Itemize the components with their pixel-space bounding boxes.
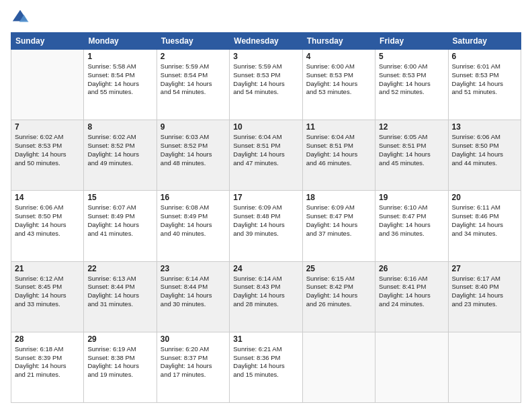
calendar-cell: 29Sunrise: 6:19 AMSunset: 8:38 PMDayligh… [84,332,157,402]
cell-info-line: Sunrise: 6:20 AM [161,345,226,354]
calendar-cell: 28Sunrise: 6:18 AMSunset: 8:39 PMDayligh… [11,332,84,402]
day-number: 11 [306,122,371,132]
cell-info-line: Daylight: 14 hours [233,221,298,230]
cell-info-line: Daylight: 14 hours [87,150,152,159]
cell-info-line: and 43 minutes. [15,230,80,238]
cell-info-line: Sunrise: 6:11 AM [452,203,517,212]
cell-info-line: Sunrise: 6:14 AM [161,275,226,283]
cell-info-line: Sunset: 8:49 PM [87,212,152,221]
cell-info-line: Sunrise: 6:14 AM [233,275,298,283]
calendar-cell [302,332,375,402]
cell-info-line: Sunrise: 6:05 AM [379,133,444,142]
cell-info-line: Daylight: 14 hours [15,221,80,230]
cell-info-line: Daylight: 14 hours [452,291,517,300]
cell-info-line: Sunset: 8:47 PM [379,212,444,221]
cell-info-line: Sunrise: 6:19 AM [87,345,152,354]
calendar-cell [11,50,84,120]
calendar-cell: 17Sunrise: 6:09 AMSunset: 8:48 PMDayligh… [230,191,302,261]
logo-icon [11,8,30,27]
day-number: 26 [379,264,444,273]
calendar-cell: 3Sunrise: 5:59 AMSunset: 8:53 PMDaylight… [230,50,302,120]
cell-info-line: Sunset: 8:46 PM [452,212,517,221]
calendar-cell: 30Sunrise: 6:20 AMSunset: 8:37 PMDayligh… [157,332,229,402]
calendar-cell: 31Sunrise: 6:21 AMSunset: 8:36 PMDayligh… [230,332,302,402]
cell-info-line: Daylight: 14 hours [379,291,444,300]
week-row-3: 21Sunrise: 6:12 AMSunset: 8:45 PMDayligh… [11,261,521,332]
cell-info-line: Sunset: 8:53 PM [15,142,80,150]
cell-info-line: and 49 minutes. [87,159,152,168]
cell-info-line: and 45 minutes. [379,159,444,168]
day-number: 8 [87,122,152,132]
cell-info-line: Sunrise: 6:09 AM [233,203,298,212]
cell-info-line: Sunset: 8:40 PM [452,283,517,291]
day-number: 1 [87,52,152,61]
calendar-cell: 2Sunrise: 5:59 AMSunset: 8:54 PMDaylight… [157,50,229,120]
calendar-cell: 9Sunrise: 6:03 AMSunset: 8:52 PMDaylight… [157,120,229,191]
cell-info-line: Daylight: 14 hours [161,80,226,89]
cell-info-line: and 30 minutes. [161,300,226,309]
day-number: 20 [452,193,517,202]
calendar-cell: 1Sunrise: 5:58 AMSunset: 8:54 PMDaylight… [84,50,157,120]
cell-info-line: Sunset: 8:53 PM [379,71,444,80]
cell-info-line: Sunset: 8:43 PM [233,283,298,291]
cell-info-line: Sunset: 8:51 PM [379,142,444,150]
cell-info-line: Sunset: 8:44 PM [161,283,226,291]
cell-info-line: and 50 minutes. [15,159,80,168]
cell-info-line: Sunset: 8:47 PM [306,212,371,221]
header-monday: Monday [84,33,157,50]
week-row-2: 14Sunrise: 6:06 AMSunset: 8:50 PMDayligh… [11,191,521,261]
cell-info-line: Sunrise: 6:18 AM [15,345,80,354]
cell-info-line: and 46 minutes. [306,159,371,168]
calendar-cell: 25Sunrise: 6:15 AMSunset: 8:42 PMDayligh… [302,261,375,332]
cell-info-line: Daylight: 14 hours [306,221,371,230]
cell-info-line: Sunrise: 6:02 AM [87,133,152,142]
cell-info-line: and 44 minutes. [452,159,517,168]
cell-info-line: Sunrise: 6:07 AM [87,203,152,212]
logo [11,8,32,27]
cell-info-line: Sunrise: 6:17 AM [452,275,517,283]
cell-info-line: Sunset: 8:38 PM [87,354,152,363]
calendar-cell: 5Sunrise: 6:00 AMSunset: 8:53 PMDaylight… [375,50,448,120]
day-number: 12 [379,122,444,132]
day-number: 30 [161,334,226,344]
calendar-cell: 23Sunrise: 6:14 AMSunset: 8:44 PMDayligh… [157,261,229,332]
cell-info-line: and 54 minutes. [161,88,226,97]
cell-info-line: Sunset: 8:54 PM [161,71,226,80]
header-thursday: Thursday [302,33,375,50]
day-number: 22 [87,264,152,273]
cell-info-line: and 31 minutes. [87,300,152,309]
day-number: 6 [452,52,517,61]
cell-info-line: Daylight: 14 hours [452,150,517,159]
cell-info-line: Sunset: 8:37 PM [161,354,226,363]
cell-info-line: and 21 minutes. [15,371,80,379]
cell-info-line: Daylight: 14 hours [15,362,80,371]
calendar-cell: 4Sunrise: 6:00 AMSunset: 8:53 PMDaylight… [302,50,375,120]
day-number: 28 [15,334,80,344]
cell-info-line: Sunset: 8:52 PM [161,142,226,150]
calendar-cell: 7Sunrise: 6:02 AMSunset: 8:53 PMDaylight… [11,120,84,191]
day-number: 23 [161,264,226,273]
day-number: 14 [15,193,80,202]
calendar-cell: 10Sunrise: 6:04 AMSunset: 8:51 PMDayligh… [230,120,302,191]
cell-info-line: Daylight: 14 hours [306,80,371,89]
calendar-cell: 21Sunrise: 6:12 AMSunset: 8:45 PMDayligh… [11,261,84,332]
cell-info-line: and 17 minutes. [161,371,226,379]
cell-info-line: and 54 minutes. [233,88,298,97]
cell-info-line: Daylight: 14 hours [306,150,371,159]
calendar-header: SundayMondayTuesdayWednesdayThursdayFrid… [11,33,521,50]
cell-info-line: Sunrise: 6:00 AM [379,62,444,71]
cell-info-line: Daylight: 14 hours [379,150,444,159]
cell-info-line: Daylight: 14 hours [379,80,444,89]
cell-info-line: Daylight: 14 hours [161,362,226,371]
calendar-cell: 26Sunrise: 6:16 AMSunset: 8:41 PMDayligh… [375,261,448,332]
cell-info-line: and 55 minutes. [87,88,152,97]
cell-info-line: and 24 minutes. [379,300,444,309]
calendar-cell: 18Sunrise: 6:09 AMSunset: 8:47 PMDayligh… [302,191,375,261]
cell-info-line: Sunrise: 6:09 AM [306,203,371,212]
cell-info-line: Sunset: 8:48 PM [233,212,298,221]
cell-info-line: Sunset: 8:44 PM [87,283,152,291]
day-number: 9 [161,122,226,132]
header-row: SundayMondayTuesdayWednesdayThursdayFrid… [11,33,521,50]
header-friday: Friday [375,33,448,50]
cell-info-line: Sunrise: 6:04 AM [306,133,371,142]
